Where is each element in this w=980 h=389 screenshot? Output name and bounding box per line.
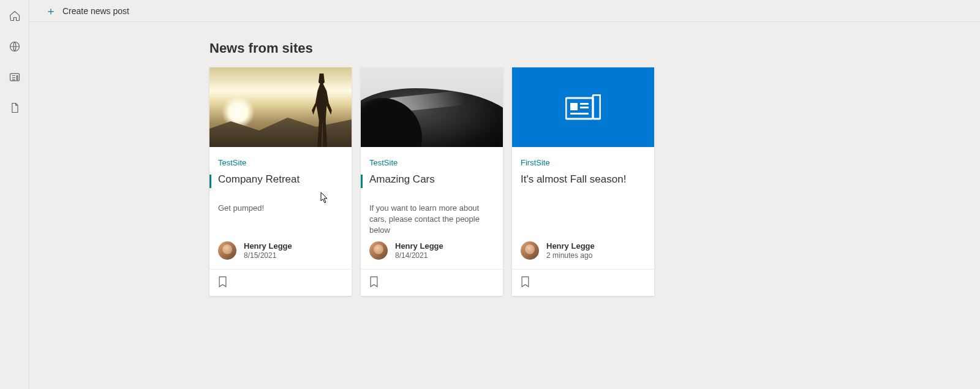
svg-rect-5 xyxy=(580,103,589,105)
svg-rect-4 xyxy=(570,103,578,110)
author-date: 8/15/2021 xyxy=(244,251,292,260)
svg-rect-3 xyxy=(593,95,600,119)
newspaper-icon xyxy=(565,94,601,120)
card-title: Amazing Cars xyxy=(369,173,494,186)
author-date: 8/14/2021 xyxy=(395,251,443,260)
card-site-link[interactable]: TestSite xyxy=(218,158,343,167)
svg-rect-7 xyxy=(570,113,589,115)
card-footer xyxy=(361,269,503,296)
create-news-label: Create news post xyxy=(62,6,129,16)
bookmark-icon xyxy=(218,276,227,287)
news-icon[interactable] xyxy=(7,70,22,85)
bookmark-button[interactable] xyxy=(368,275,380,290)
card-description: Get pumped! xyxy=(218,203,343,214)
files-icon[interactable] xyxy=(7,100,22,115)
card-hero-image xyxy=(209,67,352,147)
bookmark-icon xyxy=(521,276,530,287)
bookmark-button[interactable] xyxy=(519,275,531,290)
card-title: Company Retreat xyxy=(218,173,343,186)
card-author: Henry Legge 8/14/2021 xyxy=(361,241,503,269)
content: News from sites TestSite Company Retreat… xyxy=(29,22,980,389)
author-name: Henry Legge xyxy=(244,241,292,251)
home-icon[interactable] xyxy=(7,9,22,23)
main-area: ＋ Create news post News from sites TestS… xyxy=(29,0,980,389)
author-date: 2 minutes ago xyxy=(546,251,595,260)
card-body: FirstSite It's almost Fall season! xyxy=(512,147,654,241)
card-footer xyxy=(512,269,654,296)
card-body: TestSite Company Retreat Get pumped! xyxy=(209,147,352,241)
card-hero-image xyxy=(361,67,503,147)
accent-bar xyxy=(361,175,363,188)
news-card[interactable]: TestSite Company Retreat Get pumped! Hen… xyxy=(209,67,352,296)
accent-bar xyxy=(209,175,211,188)
card-description: If you want to learn more about cars, pl… xyxy=(369,203,494,236)
news-card[interactable]: FirstSite It's almost Fall season! Henry… xyxy=(512,67,654,296)
plus-icon: ＋ xyxy=(45,6,56,17)
card-author: Henry Legge 2 minutes ago xyxy=(512,241,654,269)
card-title: It's almost Fall season! xyxy=(521,173,646,186)
card-site-link[interactable]: TestSite xyxy=(369,158,494,167)
card-footer xyxy=(209,269,352,296)
card-hero-image xyxy=(512,67,654,147)
news-card-row: TestSite Company Retreat Get pumped! Hen… xyxy=(209,67,980,296)
author-name: Henry Legge xyxy=(395,241,443,251)
author-name: Henry Legge xyxy=(546,241,595,251)
bookmark-button[interactable] xyxy=(217,275,228,290)
svg-rect-6 xyxy=(580,107,589,108)
app-rail xyxy=(0,0,29,389)
card-body: TestSite Amazing Cars If you want to lea… xyxy=(361,147,503,241)
bookmark-icon xyxy=(369,276,379,287)
svg-rect-2 xyxy=(566,98,593,119)
card-site-link[interactable]: FirstSite xyxy=(521,158,646,167)
toolbar: ＋ Create news post xyxy=(29,0,980,22)
create-news-post-button[interactable]: ＋ Create news post xyxy=(45,6,129,17)
news-card[interactable]: TestSite Amazing Cars If you want to lea… xyxy=(361,67,503,296)
avatar[interactable] xyxy=(369,241,388,260)
globe-icon[interactable] xyxy=(7,39,22,54)
avatar[interactable] xyxy=(521,241,539,260)
avatar[interactable] xyxy=(218,241,236,260)
section-title: News from sites xyxy=(209,40,980,56)
card-author: Henry Legge 8/15/2021 xyxy=(209,241,352,269)
